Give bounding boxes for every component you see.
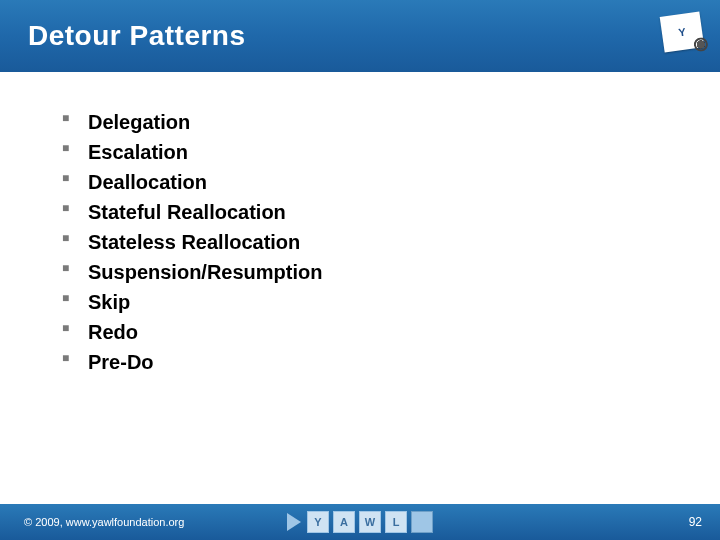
list-item: Pre-Do [56,348,664,376]
footer-bar: © 2009, www.yawlfoundation.org Y A W L 9… [0,504,720,540]
logo-letter-a: A [333,511,355,533]
list-item: Delegation [56,108,664,136]
list-item: Stateless Reallocation [56,228,664,256]
yawl-logo-letter: Y [678,26,687,39]
gear-icon [693,37,709,53]
list-item: Stateful Reallocation [56,198,664,226]
logo-letter-w: W [359,511,381,533]
logo-letter-l: L [385,511,407,533]
yawl-footer-logo: Y A W L [287,511,433,533]
play-icon [287,513,301,531]
list-item: Redo [56,318,664,346]
copyright-text: © 2009, www.yawlfoundation.org [24,516,184,528]
title-bar: Detour Patterns Y [0,0,720,72]
logo-letter-y: Y [307,511,329,533]
yawl-logo-icon: Y [660,11,705,52]
slide: Detour Patterns Y Delegation Escalation … [0,0,720,540]
slide-title: Detour Patterns [28,20,246,52]
list-item: Skip [56,288,664,316]
list-item: Escalation [56,138,664,166]
logo-end-square [411,511,433,533]
bullet-list: Delegation Escalation Deallocation State… [56,108,664,376]
page-number: 92 [689,515,702,529]
list-item: Deallocation [56,168,664,196]
list-item: Suspension/Resumption [56,258,664,286]
slide-body: Delegation Escalation Deallocation State… [0,72,720,376]
